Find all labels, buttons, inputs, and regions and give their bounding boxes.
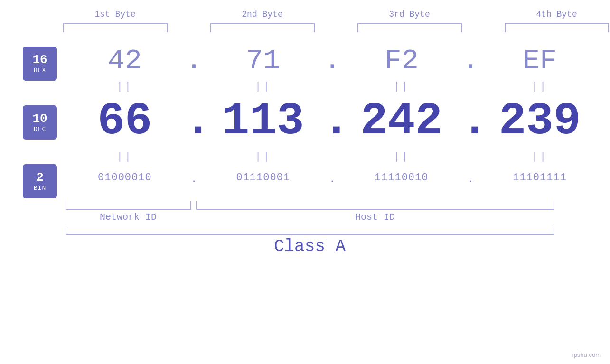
dec-badge-label: DEC: [34, 126, 46, 133]
dec-dot-1: .: [185, 99, 204, 144]
hex-b4: EF: [483, 45, 597, 77]
hex-value-3: F2: [385, 45, 419, 77]
bottom-section: Network ID Host ID Class A: [66, 201, 607, 256]
dec-value-4: 239: [499, 95, 581, 147]
host-id-bracket: [196, 201, 554, 210]
bin-dot-1: .: [185, 168, 204, 187]
class-label: Class A: [66, 237, 554, 256]
dec-b3: 242: [345, 99, 459, 144]
hex-value-4: EF: [523, 45, 557, 77]
bracket-1: [63, 23, 168, 32]
eq1-c3: ||: [345, 81, 459, 93]
bin-dot-3: .: [461, 168, 480, 187]
hex-row: 42 . 71 . F2 . EF: [62, 42, 603, 80]
eq2-c3: ||: [345, 151, 459, 163]
bin-b2: 01110001: [206, 172, 320, 184]
hex-badge: 16 HEX: [23, 47, 57, 81]
bin-badge-num: 2: [36, 171, 44, 185]
id-labels: Network ID Host ID: [66, 212, 554, 223]
bracket-4: [505, 23, 609, 32]
bin-badge-label: BIN: [34, 185, 46, 192]
top-brackets: [42, 23, 610, 32]
bracket-2: [210, 23, 315, 32]
dec-value-2: 113: [222, 95, 304, 147]
eq2-c1: ||: [68, 151, 182, 163]
eq1-c2: ||: [206, 81, 320, 93]
class-bracket: [66, 226, 554, 235]
bin-b1: 01000010: [68, 172, 182, 184]
dec-dot-3: .: [461, 99, 480, 144]
equals-row-2: || || || ||: [62, 150, 603, 163]
bin-value-2: 01110001: [236, 172, 290, 184]
eq2-c4: ||: [483, 151, 597, 163]
bin-dot-2: .: [323, 168, 342, 187]
hex-badge-num: 16: [32, 53, 47, 67]
hex-b1: 42: [68, 45, 182, 77]
bin-value-4: 11101111: [513, 172, 567, 184]
main-container: 1st Byte 2nd Byte 3rd Byte 4th Byte 16 H…: [0, 0, 610, 364]
bottom-bracket-row: [66, 201, 554, 210]
rows-wrapper: 16 HEX 10 DEC 2 BIN 42: [0, 42, 610, 198]
host-id-label: Host ID: [196, 212, 554, 223]
hex-value-2: 71: [246, 45, 280, 77]
dec-b2: 113: [206, 99, 320, 144]
hex-badge-label: HEX: [34, 67, 46, 74]
dec-badge-num: 10: [32, 112, 47, 126]
byte4-label: 4th Byte: [500, 9, 610, 19]
dec-b4: 239: [483, 99, 597, 144]
eq2-c2: ||: [206, 151, 320, 163]
hex-b2: 71: [206, 45, 320, 77]
dec-value-3: 242: [360, 95, 442, 147]
dec-dot-2: .: [323, 99, 342, 144]
dec-value-1: 66: [97, 95, 152, 147]
hex-b3: F2: [345, 45, 459, 77]
hex-dot-1: .: [185, 45, 204, 77]
bracket-3: [357, 23, 462, 32]
hex-value-1: 42: [108, 45, 142, 77]
hex-dot-3: .: [461, 45, 480, 77]
watermark: ipshu.com: [572, 351, 601, 358]
network-id-label: Network ID: [66, 212, 191, 223]
equals-row-1: || || || ||: [62, 80, 603, 93]
dec-b1: 66: [68, 99, 182, 144]
bin-value-3: 11110010: [375, 172, 429, 184]
bin-value-1: 01000010: [98, 172, 152, 184]
badges-column: 16 HEX 10 DEC 2 BIN: [0, 42, 62, 198]
byte1-label: 1st Byte: [58, 9, 172, 19]
dec-row: 66 . 113 . 242 . 239: [62, 93, 603, 150]
bin-b4: 11101111: [483, 172, 597, 184]
byte2-label: 2nd Byte: [206, 9, 319, 19]
network-id-bracket: [66, 201, 191, 210]
bin-row: 01000010 . 01110001 . 11110010 .: [62, 163, 603, 192]
values-column: 42 . 71 . F2 . EF: [62, 42, 610, 198]
hex-dot-2: .: [323, 45, 342, 77]
eq1-c4: ||: [483, 81, 597, 93]
eq1-c1: ||: [68, 81, 182, 93]
bin-badge: 2 BIN: [23, 164, 57, 198]
byte3-label: 3rd Byte: [353, 9, 467, 19]
byte-headers: 1st Byte 2nd Byte 3rd Byte 4th Byte: [42, 9, 610, 19]
bin-b3: 11110010: [345, 172, 459, 184]
dec-badge: 10 DEC: [23, 105, 57, 140]
